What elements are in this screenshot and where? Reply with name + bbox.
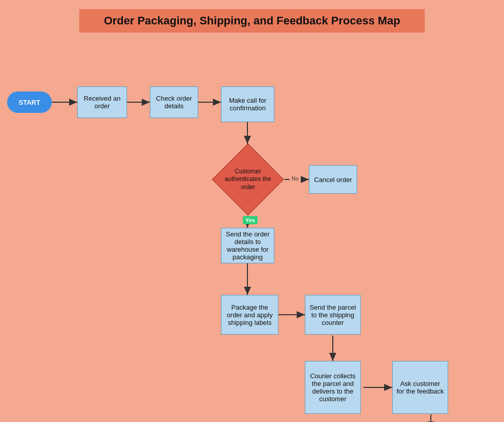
package-order-node: Package the order and apply shipping lab… <box>221 295 278 335</box>
page-title: Order Packaging, Shipping, and Feedback … <box>89 14 415 27</box>
make-call-node: Make call for confirmation <box>221 86 274 122</box>
authenticate-label: Customer authenticates the order <box>217 168 278 192</box>
send-shipping-node: Send the parcel to the shipping counter <box>305 295 361 335</box>
no-label: No <box>290 175 301 182</box>
courier-node: Courier collects the parcel and delivers… <box>305 361 361 414</box>
send-warehouse-node: Send the order details to warehouse for … <box>221 228 274 263</box>
feedback-node: Ask customer for the feedback <box>392 361 448 414</box>
yes-label: Yes <box>243 216 258 224</box>
check-order-node: Check order details <box>150 86 198 118</box>
authenticate-diamond-wrap: Customer authenticates the order <box>212 144 284 215</box>
received-order-node: Received an order <box>77 86 127 118</box>
title-bar: Order Packaging, Shipping, and Feedback … <box>79 9 425 33</box>
start-node: START <box>7 92 52 113</box>
flowchart: START Received an order Check order deta… <box>0 36 504 422</box>
cancel-order-node: Cancel order <box>309 165 357 194</box>
